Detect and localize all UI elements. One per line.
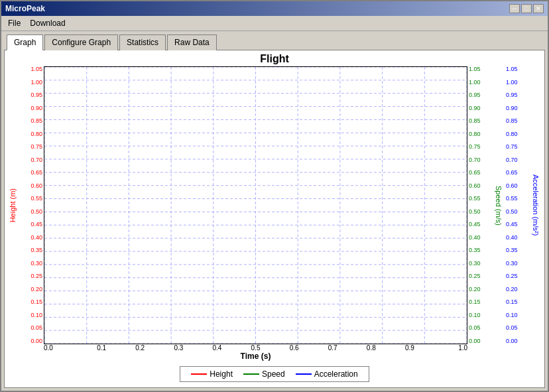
tab-graph[interactable]: Graph [7,34,43,50]
y-tick-left: 0.00 [30,338,42,344]
y-tick-accel: 0.75 [506,144,518,150]
y-tick-left: 0.85 [30,118,42,124]
x-tick: 0.8 [352,344,391,352]
left-axis-wrapper: Height (m) 1.05 1.00 0.95 0.90 0.85 0.80… [7,66,44,344]
y-tick-accel: 0.50 [506,209,518,215]
y-tick-left: 0.95 [30,92,42,98]
y-tick-left: 0.20 [30,287,42,293]
legend-label-speed: Speed [262,369,285,379]
y-tick-speed: 0.45 [469,222,481,228]
bottom-section: 0.0 0.1 0.2 0.3 0.4 0.5 0.6 0.7 0.8 0.9 … [7,344,542,361]
y-tick-accel: 0.25 [506,273,518,279]
y-tick-accel: 0.80 [506,131,518,137]
x-tick: 0.7 [314,344,352,352]
y-left-label-wrap: Height (m) [7,66,18,344]
y-tick-speed: 0.20 [469,287,481,293]
right-accel-ticks: 1.05 1.00 0.95 0.90 0.85 0.80 0.75 0.70 … [505,66,530,344]
x-tick: 0.4 [198,344,236,352]
y-tick-left: 0.70 [30,157,42,163]
menu-bar: File Download [1,16,548,31]
y-tick-accel: 0.20 [506,287,518,293]
y-tick-accel: 1.00 [506,80,518,86]
tabs-bar: Graph Configure Graph Statistics Raw Dat… [1,31,548,50]
y-tick-speed: 0.40 [469,235,481,241]
y-tick-left: 0.30 [30,261,42,267]
y-tick-left: 0.55 [30,196,42,202]
chart-section: Height (m) 1.05 1.00 0.95 0.90 0.85 0.80… [7,66,542,344]
y-tick-left: 0.65 [30,170,42,176]
y-tick-left: 0.75 [30,144,42,150]
maximize-button[interactable]: □ [521,4,532,13]
y-left-axis-label: Height (m) [9,188,17,222]
x-tick: 0.2 [121,344,159,352]
main-window: MicroPeak — □ ✕ File Download Graph Conf… [0,0,549,392]
tab-raw-data[interactable]: Raw Data [167,34,217,50]
y-tick-speed: 1.00 [469,80,481,86]
x-tick: 0.0 [44,344,82,352]
y-tick-speed: 0.10 [469,312,481,318]
y-tick-left: 0.90 [30,105,42,111]
y-tick-accel: 0.05 [506,325,518,331]
legend-item-acceleration: Acceleration [296,369,358,379]
y-tick-speed: 0.00 [469,338,481,344]
y-tick-left: 0.45 [30,222,42,228]
y-right-speed-label: Speed (m/s) [495,186,503,226]
y-tick-accel: 0.60 [506,183,518,189]
close-button[interactable]: ✕ [533,4,544,13]
y-tick-speed: 0.50 [469,209,481,215]
y-right-accel-label-wrap: Acceleration (m/s²) [530,66,542,344]
y-right-accel-label: Acceleration (m/s²) [532,174,540,235]
y-right-speed-label-wrap: Speed (m/s) [493,66,505,344]
y-tick-left: 1.00 [30,80,42,86]
x-tick: 0.6 [275,344,314,352]
right-speed-ticks: 1.05 1.00 0.95 0.90 0.85 0.80 0.75 0.70 … [467,66,493,344]
y-tick-accel: 0.35 [506,247,518,253]
y-tick-left: 0.10 [30,312,42,318]
y-tick-accel: 0.65 [506,170,518,176]
y-tick-accel: 0.90 [506,105,518,111]
window-controls: — □ ✕ [509,4,544,13]
y-tick-left: 0.05 [30,325,42,331]
chart-svg [44,67,467,344]
chart-legend: Height Speed Acceleration [180,366,369,382]
y-tick-speed: 0.30 [469,261,481,267]
y-tick-left: 0.50 [30,209,42,215]
y-tick-speed: 0.80 [469,131,481,137]
y-tick-speed: 1.05 [469,66,481,72]
window-title: MicroPeak [5,4,45,13]
y-tick-accel: 0.30 [506,261,518,267]
y-tick-accel: 0.70 [506,157,518,163]
y-tick-accel: 1.05 [506,66,518,72]
y-tick-speed: 0.05 [469,325,481,331]
y-tick-speed: 0.35 [469,247,481,253]
y-tick-left: 0.15 [30,299,42,305]
download-menu[interactable]: Download [26,17,69,29]
chart-title: Flight [7,53,542,65]
y-tick-accel: 0.45 [506,222,518,228]
tab-statistics[interactable]: Statistics [119,34,166,50]
x-axis-label: Time (s) [241,352,271,361]
legend-label-accel: Acceleration [314,369,358,379]
x-axis-labels-row: 0.0 0.1 0.2 0.3 0.4 0.5 0.6 0.7 0.8 0.9 … [44,344,467,352]
legend-line-height [191,373,207,375]
legend-label-height: Height [210,369,233,379]
tab-configure-graph[interactable]: Configure Graph [44,34,118,50]
y-tick-left: 0.60 [30,183,42,189]
y-tick-speed: 0.25 [469,273,481,279]
x-tick: 0.3 [159,344,198,352]
y-tick-accel: 0.10 [506,312,518,318]
legend-item-speed: Speed [243,369,285,379]
y-tick-accel: 0.55 [506,196,518,202]
y-tick-left: 0.80 [30,131,42,137]
content-area: Flight Height (m) 1.05 1.00 0.95 0.90 0.… [4,50,545,388]
y-tick-speed: 0.15 [469,299,481,305]
chart-plot-area [44,66,467,344]
minimize-button[interactable]: — [509,4,520,13]
x-tick: 0.5 [236,344,274,352]
legend-line-speed [243,373,259,375]
x-tick: 0.9 [391,344,429,352]
y-tick-speed: 0.75 [469,144,481,150]
y-tick-left: 1.05 [30,66,42,72]
legend-item-height: Height [191,369,233,379]
file-menu[interactable]: File [4,17,25,29]
